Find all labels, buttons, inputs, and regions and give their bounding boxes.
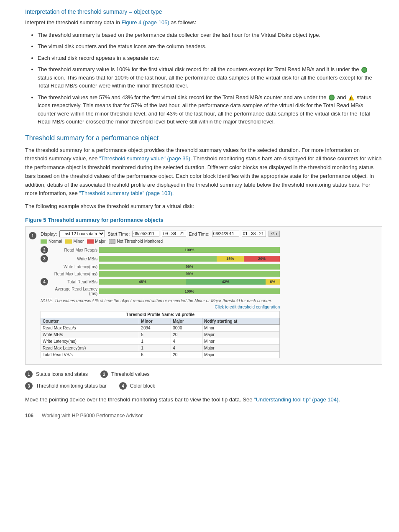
minor-status-icon-2 (329, 95, 335, 100)
col-minor: Minor (139, 318, 171, 325)
legend-major-label: Major (95, 239, 105, 244)
body-text-1: The threshold summary for a performance … (25, 146, 382, 198)
figure5-box: 1 Display: Last 12 hours data Start Time… (25, 226, 382, 365)
bar-segment-1-1: 100% (99, 247, 280, 253)
annotation-label-4: Color block (130, 383, 155, 389)
status-bars: 2 Read Max Resp/s 100% 3 Write MB/s 15% (41, 246, 280, 296)
bar-row-5: 4 Total Read VB/s 48% 42% 6% (41, 278, 280, 285)
bar-label-1: Read Max Resp/s (51, 248, 97, 252)
page-number: 106 (25, 413, 33, 419)
cell-minor: 1 (139, 345, 171, 352)
legend-normal-label: Normal (49, 239, 62, 244)
bullet-3: Each virtual disk record appears in a se… (38, 54, 382, 62)
display-select[interactable]: Last 12 hours data (59, 230, 105, 237)
callout-1: 1 (29, 232, 36, 239)
cell-notify: Minor (202, 325, 279, 332)
cell-major: 3000 (171, 325, 202, 332)
threshold-summary-link[interactable]: "Threshold summary value" (page 35) (99, 155, 190, 162)
col-major: Major (171, 318, 202, 325)
table-row: Read Max Latency(ms) 1 4 Major (41, 345, 280, 352)
legend-not-monitored: Not Threshold Monitored (109, 239, 163, 244)
cell-major: 20 (171, 332, 202, 338)
display-label: Display: (41, 231, 57, 236)
annotation-callout-1: 1 (25, 370, 33, 378)
bar-track-5[interactable]: 48% 42% 6% (99, 279, 280, 285)
bar-segment-5-1: 48% (99, 279, 186, 285)
table-row: Write MB/s 5 20 Major (41, 332, 280, 338)
annotation-callout-2: 2 (100, 370, 108, 378)
start-time-input[interactable] (132, 231, 159, 237)
annotation-2: 2 Threshold values (100, 370, 149, 378)
bar-label-4: Read Max Latency(ms) (51, 272, 97, 276)
threshold-table-link[interactable]: "Threshold summary table" (page 103) (79, 190, 172, 196)
legend-major: Major (87, 239, 105, 244)
go-button[interactable]: Go (269, 231, 280, 237)
bar-label-2: Write MB/s (51, 257, 97, 261)
end-time-input[interactable] (212, 231, 239, 237)
bar-segment-6-1: 100% (99, 288, 280, 294)
bar-segment-2-1 (99, 256, 217, 262)
end-label: End Time: (189, 231, 210, 236)
bar-segment-5-3: 6% (266, 279, 280, 285)
bar-track-1[interactable]: 100% (99, 247, 280, 253)
bar-segment-2-3: 20% (244, 256, 280, 262)
cell-notify: Major (202, 345, 279, 352)
callout-2: 2 (41, 246, 48, 254)
major-swatch (87, 239, 94, 244)
bullet-list: The threshold summary is based on the pe… (38, 31, 382, 126)
annotations-row-2: 3 Threshold monitoring status bar 4 Colo… (25, 382, 382, 390)
end-time-hms[interactable] (242, 231, 266, 237)
bullet-1: The threshold summary is based on the pe… (38, 31, 382, 39)
figure-toolbar: 1 Display: Last 12 hours data Start Time… (29, 230, 379, 358)
bar-row-4: Read Max Latency(ms) 99% (41, 271, 280, 277)
cell-major: 20 (171, 352, 202, 358)
bar-track-3[interactable]: 99% (99, 264, 280, 270)
cell-minor: 6 (139, 352, 171, 358)
cell-counter: Total Read VB/s (41, 352, 139, 358)
page-description: Working with HP P6000 Performance Adviso… (42, 413, 143, 419)
figure4-link[interactable]: Figure 4 (page 105) (122, 19, 169, 26)
table-row: Write Latency(ms) 1 4 Minor (41, 338, 280, 345)
table-row: Read Max Resp/s 2094 3000 Minor (41, 325, 280, 332)
cell-counter: Read Max Resp/s (41, 325, 139, 332)
cell-counter: Write Latency(ms) (41, 338, 139, 345)
bullet-4: The threshold summary value is 100% for … (38, 65, 382, 90)
heading-threshold-summary: Threshold summary for a performance obje… (25, 134, 382, 142)
footer-text: Move the pointing device over the thresh… (25, 396, 382, 404)
legend-minor-label: Minor (73, 239, 84, 244)
bar-segment-5-2: 42% (186, 279, 265, 285)
start-time-hms[interactable] (162, 231, 186, 237)
legend-minor: Minor (65, 239, 84, 244)
cell-counter: Read Max Latency(ms) (41, 345, 139, 352)
bar-segment-2-2: 15% (217, 256, 244, 262)
cell-notify: Minor (202, 338, 279, 345)
bullet-2: The virtual disk counters and the status… (38, 42, 382, 51)
bar-track-4[interactable]: 99% (99, 271, 280, 277)
bar-row-2: 3 Write MB/s 15% 20% (41, 255, 280, 262)
legend-not-monitored-label: Not Threshold Monitored (117, 239, 163, 244)
table-row: Total Read VB/s 6 20 Major (41, 352, 280, 358)
annotation-1: 1 Status icons and states (25, 370, 88, 378)
legend-normal: Normal (41, 239, 62, 244)
bar-track-6[interactable]: 100% (99, 288, 280, 294)
table-section-header: Threshold Profile Name: vd-profile (41, 311, 280, 318)
click-link[interactable]: Click to edit threshold configuration (41, 305, 280, 309)
bar-label-5: Total Read VB/s (51, 280, 97, 284)
legend-row: Normal Minor Major Not Threshold Monitor… (41, 239, 280, 244)
callout-4: 4 (41, 278, 48, 285)
annotation-label-1: Status icons and states (36, 371, 88, 377)
tool-tip-link[interactable]: "Understanding tool tip" (page 104) (254, 396, 338, 403)
cell-minor: 2094 (139, 325, 171, 332)
page-footer: 106 Working with HP P6000 Performance Ad… (25, 413, 382, 419)
callout-3: 3 (41, 255, 48, 262)
bar-segment-3-1: 99% (99, 264, 280, 270)
figure5-caption: Figure 5 Threshold summary for performan… (25, 217, 382, 223)
heading-interpretation: Interpretation of the threshold summary … (25, 8, 382, 15)
normal-swatch (41, 239, 47, 244)
bar-segment-4-1: 99% (99, 271, 280, 277)
bar-row-6: Average Read Latency (ms) 100% (41, 287, 280, 296)
bar-track-2[interactable]: 15% 20% (99, 256, 280, 262)
bar-label-3: Write Latency(ms) (51, 265, 97, 269)
bar-row-1: 2 Read Max Resp/s 100% (41, 246, 280, 254)
cell-notify: Major (202, 352, 279, 358)
